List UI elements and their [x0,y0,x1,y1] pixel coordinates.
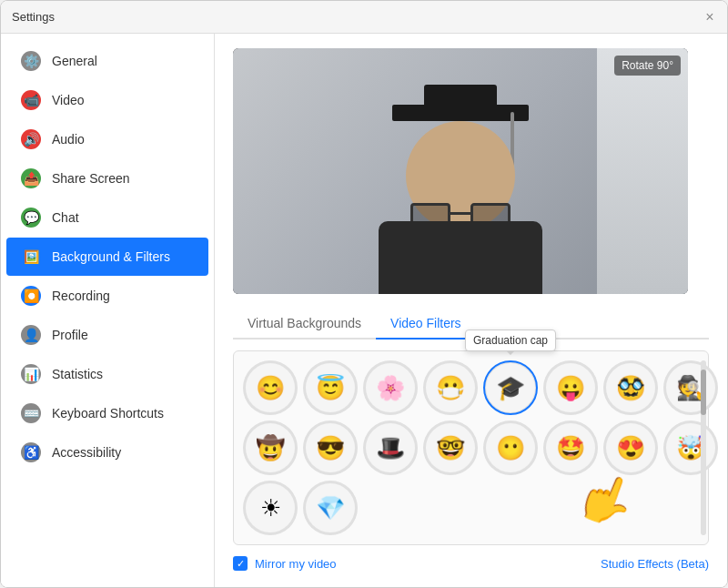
stats-icon: 📊 [21,364,41,384]
filter-item-6[interactable]: 😛 [543,360,598,415]
filter-item-1[interactable]: 😊 [243,360,298,415]
bottom-row: ✓ Mirror my video Studio Effects (Beta) [233,556,709,571]
settings-window: Settings × ⚙️General📹Video🔊Audio📤Share S… [0,0,728,588]
video-preview: Rotate 90° [233,48,688,294]
face [406,121,515,230]
filter-face-2: 😇 [306,363,355,412]
filter-face-8: 🕵 [666,363,715,412]
filter-face-14: 🤩 [546,423,595,472]
filter-face-6: 😛 [546,363,595,412]
filter-item-16[interactable]: 🤯 [663,421,718,475]
tab-video-filters[interactable]: Video Filters [376,309,476,340]
sidebar-item-share[interactable]: 📤Share Screen [6,159,208,198]
sidebar-item-chat[interactable]: 💬Chat [6,198,208,237]
general-icon: ⚙️ [21,51,41,71]
sidebar-label-access: Accessibility [52,445,121,460]
filter-face-3: 🌸 [366,363,415,412]
body [379,221,542,294]
filter-item-5[interactable]: 🎓Graduation cap [483,360,538,415]
glasses-bridge [450,212,470,215]
sidebar-label-stats: Statistics [52,367,103,381]
cap-board [392,105,529,121]
sidebar-item-profile[interactable]: 👤Profile [6,316,208,354]
filter-item-10[interactable]: 😎 [303,421,358,475]
sidebar-item-audio[interactable]: 🔊Audio [6,120,208,158]
scrollbar-thumb[interactable] [701,370,706,415]
person-silhouette [369,85,551,294]
sidebar-item-stats[interactable]: 📊Statistics [6,355,208,393]
filter-item-2[interactable]: 😇 [303,360,358,415]
filter-face-1: 😊 [246,363,295,412]
titlebar: Settings × [1,1,727,34]
sidebar-label-audio: Audio [52,132,85,147]
rotate-button[interactable]: Rotate 90° [614,56,681,76]
filter-item-17[interactable]: ☀ [243,481,298,535]
profile-icon: 👤 [21,325,41,345]
filter-face-9: 🤠 [246,423,295,472]
main-panel: Rotate 90° Virtual Backgrounds Video Fil… [215,34,727,587]
recording-icon: ⏺️ [21,286,41,306]
scrollbar-track [701,360,706,535]
filter-item-3[interactable]: 🌸 [363,360,418,415]
keyboard-icon: ⌨️ [21,403,41,423]
sidebar-item-general[interactable]: ⚙️General [6,42,208,80]
filter-item-13[interactable]: 😶 [483,421,538,475]
filter-face-11: 🎩 [366,423,415,472]
sidebar-item-bg[interactable]: 🖼️Background & Filters [6,238,208,276]
access-icon: ♿ [21,442,41,462]
sidebar-item-recording[interactable]: ⏺️Recording [6,277,208,315]
filter-face-18: 💎 [306,483,355,532]
filters-grid: 😊😇🌸😷🎓Graduation cap😛🥸🕵🤠😎🎩🤓😶🤩😍🤯☀💎 [233,350,709,545]
sidebar-label-video: Video [52,93,85,107]
filter-face-4: 😷 [426,363,475,412]
room-wall [597,48,688,294]
filter-item-4[interactable]: 😷 [423,360,478,415]
main-content: ⚙️General📹Video🔊Audio📤Share Screen💬Chat🖼… [1,34,727,587]
mirror-checkbox[interactable]: ✓ [233,556,248,571]
share-icon: 📤 [21,168,41,188]
sidebar-label-recording: Recording [52,289,110,303]
sidebar-label-general: General [52,54,97,68]
audio-icon: 🔊 [21,129,41,149]
sidebar-label-profile: Profile [52,328,88,342]
filter-item-12[interactable]: 🤓 [423,421,478,475]
filter-face-10: 😎 [306,423,355,472]
filter-face-5: 🎓 [486,363,535,412]
filter-item-8[interactable]: 🕵 [663,360,718,415]
filter-tooltip: Graduation cap [465,329,556,351]
filter-face-16: 🤯 [666,423,715,472]
studio-effects-link[interactable]: Studio Effects (Beta) [601,557,709,571]
sidebar-item-video[interactable]: 📹Video [6,81,208,119]
sidebar-item-access[interactable]: ♿Accessibility [6,433,208,471]
bg-icon: 🖼️ [21,247,41,267]
filter-face-17: ☀ [246,483,295,532]
mirror-label: Mirror my video [255,557,337,571]
filter-face-7: 🥸 [606,363,655,412]
filters-wrapper: 😊😇🌸😷🎓Graduation cap😛🥸🕵🤠😎🎩🤓😶🤩😍🤯☀💎 👆 [233,350,709,545]
filter-item-15[interactable]: 😍 [603,421,658,475]
sidebar-label-chat: Chat [52,210,79,225]
sidebar-label-share: Share Screen [52,171,130,186]
sidebar: ⚙️General📹Video🔊Audio📤Share Screen💬Chat🖼… [1,34,215,587]
filter-face-13: 😶 [486,423,535,472]
filter-item-7[interactable]: 🥸 [603,360,658,415]
sidebar-item-keyboard[interactable]: ⌨️Keyboard Shortcuts [6,394,208,432]
filter-face-12: 🤓 [426,423,475,472]
filter-face-15: 😍 [606,423,655,472]
filter-item-9[interactable]: 🤠 [243,421,298,475]
tab-virtual-backgrounds[interactable]: Virtual Backgrounds [233,309,376,340]
sidebar-label-bg: Background & Filters [52,249,170,264]
chat-icon: 💬 [21,208,41,228]
filter-item-14[interactable]: 🤩 [543,421,598,475]
filter-item-18[interactable]: 💎 [303,481,358,535]
window-title: Settings [12,10,55,24]
mirror-checkbox-row[interactable]: ✓ Mirror my video [233,556,337,571]
video-icon: 📹 [21,90,41,110]
filter-item-11[interactable]: 🎩 [363,421,418,475]
close-button[interactable]: × [703,11,716,24]
sidebar-label-keyboard: Keyboard Shortcuts [52,406,164,421]
